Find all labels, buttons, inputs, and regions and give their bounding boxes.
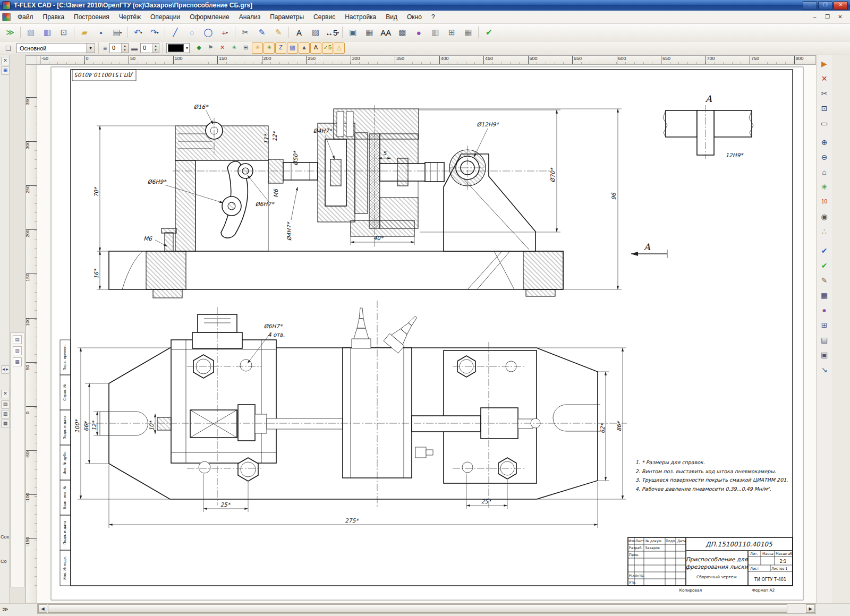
dropdown-arrow-icon[interactable]: ▾ [140,30,142,35]
vertical-ruler[interactable]: 350300250200150100500-50-100-150 [26,65,37,603]
menu-item-9[interactable]: Настройка [340,11,381,23]
calculator-button[interactable]: ⊞ [444,25,460,40]
warning-toggle[interactable]: △ [334,42,345,54]
menu-item-5[interactable]: Оформление [185,11,234,23]
collapsed-panel-label-1[interactable]: Сох [1,534,9,540]
node-snap-toggle[interactable]: ✳ [252,42,263,54]
menu-item-1[interactable]: Правка [38,11,70,23]
zoom-in-icon[interactable]: ⊕ [817,135,832,149]
material-button[interactable]: ● [411,25,427,40]
palette-icon-3[interactable]: ▦ [13,357,22,366]
erase-icon[interactable]: ✕ [817,71,832,85]
model-button[interactable]: ▥ [39,25,55,40]
link-fragment-button[interactable]: ▣ [345,25,361,40]
edit-tool-button[interactable]: ✎ [254,25,270,40]
triangle-filter-toggle[interactable]: ▲ [299,42,310,54]
chevron-down-icon[interactable]: ▾ [86,44,95,53]
zoom-all-icon[interactable]: ⌂ [817,165,832,179]
spinner-arrows[interactable]: ▴▾ [152,44,159,53]
dropdown-arrow-icon[interactable]: ▾ [226,30,228,35]
minimize-button[interactable]: – [803,1,817,10]
redraw-icon[interactable]: ✳ [817,179,832,194]
grid-icon[interactable]: ⊞ [817,318,832,332]
menu-item-6[interactable]: Анализ [234,11,266,23]
text-tool-button[interactable]: A [291,25,307,40]
grid-snap-toggle[interactable]: ⊞ [240,42,251,54]
horizontal-scrollbar[interactable]: ◀ ▶ [37,603,816,614]
new-3d-model-button[interactable]: ▧ [23,25,39,40]
delete-construction-toggle[interactable]: ✕ [217,42,228,54]
zoom-window-icon[interactable]: ⊡ [817,101,832,115]
camera-icon[interactable]: ▣ [817,347,832,362]
menu-item-7[interactable]: Параметры [265,11,309,23]
sphere-3d-icon[interactable]: ● [817,303,832,317]
menu-item-10[interactable]: Вид [381,11,402,23]
ellipse-tool-button[interactable]: ◯ [200,25,216,40]
save-button[interactable]: ▪ [93,25,109,40]
scroll-right-arrow[interactable]: ▶ [806,604,815,613]
drawing-area[interactable]: ДП.15100110.40105 [37,65,816,603]
dimension-check-toggle[interactable]: ✓5 [322,42,333,54]
dropdown-arrow-icon[interactable]: ▾ [120,30,122,35]
collapsed-panel-label-2[interactable]: Со [1,559,7,564]
panel-close-button-2[interactable]: ✕ [1,390,10,398]
color-picker[interactable]: ▾ [166,43,190,53]
check-document-button[interactable]: ✔ [481,25,497,40]
width-spinner[interactable]: 0 ▴▾ [140,43,159,53]
check-blue-icon[interactable]: ✔ [817,243,832,258]
horizontal-ruler[interactable]: -500501001502002503003504004505005506006… [37,55,816,65]
pencil-icon[interactable]: ✎ [817,273,832,287]
leader-text-button[interactable]: AA [378,25,394,40]
close-button[interactable]: ✕ [834,1,848,10]
color-swatch[interactable] [168,44,184,52]
print-button[interactable]: ▤▾ [109,25,125,40]
frame-icon[interactable]: ▭ [817,116,832,130]
ortho-toggle[interactable]: Z [275,42,286,54]
dropdown-arrow-icon[interactable]: ▾ [337,30,339,35]
menu-item-2[interactable]: Построения [69,11,114,23]
redo-button[interactable]: ↷▾ [147,25,163,40]
hatch-tool-button[interactable]: ▨ [308,25,324,40]
hatch-visibility-toggle[interactable]: ▨ [287,42,298,54]
node-tool-button[interactable]: +▾ [217,25,233,40]
child-restore-button[interactable]: ❐ [822,13,833,22]
check-green-icon[interactable]: ✔ [817,258,832,272]
menu-item-8[interactable]: Сервис [309,11,340,23]
drawing-canvas[interactable]: ДП.15100110.40105 [37,65,816,603]
panel-tab-3[interactable]: ▦ [1,420,10,428]
points-icon[interactable]: ∴ [817,224,832,238]
panel-tab-2[interactable]: ▥ [1,410,10,418]
child-minimize-button[interactable]: – [809,13,820,22]
scroll-left-arrow[interactable]: ◀ [38,604,47,613]
menu-item-3[interactable]: Чертёж [114,11,146,23]
expander-button[interactable]: ≫ [2,606,8,613]
dropdown-arrow-icon[interactable]: ▾ [157,30,159,35]
open-button[interactable]: ▰ [76,25,92,40]
text-visibility-toggle[interactable]: A [310,42,321,54]
zoom-out-icon[interactable]: ⊖ [817,150,832,164]
circle-tool-button[interactable]: ◌ [184,25,200,40]
menu-item-11[interactable]: Окно [402,11,427,23]
menu-item-0[interactable]: Файл [13,11,38,23]
child-close-button[interactable]: ✕ [835,13,846,22]
layer-spinner[interactable]: 0 ▴▾ [109,43,129,53]
page-options-button[interactable]: ❏ [2,42,15,54]
palette-icon-2[interactable]: ▥ [13,346,22,355]
panel-close-button[interactable]: ✕ [1,57,10,65]
scrollbar-thumb[interactable] [48,604,787,613]
chevron-down-icon[interactable]: ▾ [185,46,189,50]
cut-icon[interactable]: ✂ [817,86,832,100]
cube-3d-icon[interactable]: ▦ [817,288,832,302]
finish-command-button[interactable]: ≫ [2,25,18,40]
scale-10-icon[interactable]: 10 [817,194,832,209]
style-combo[interactable]: Основной ▾ [16,43,95,53]
autosnap-toggle[interactable]: ✳ [228,42,240,54]
scroll-right-icon[interactable]: ▸ [5,365,10,374]
panel-doc-icon[interactable]: ▣ [1,66,10,75]
collapsed-palette[interactable]: ▤ ▥ ▦ [10,332,24,587]
menu-item-4[interactable]: Операции [146,11,185,23]
undo-button[interactable]: ↶▾ [130,25,146,40]
dimension-tool-button[interactable]: ↔5▾ [324,25,340,40]
document-icon[interactable] [2,13,11,21]
line-tool-button[interactable]: ╱ [167,25,183,40]
